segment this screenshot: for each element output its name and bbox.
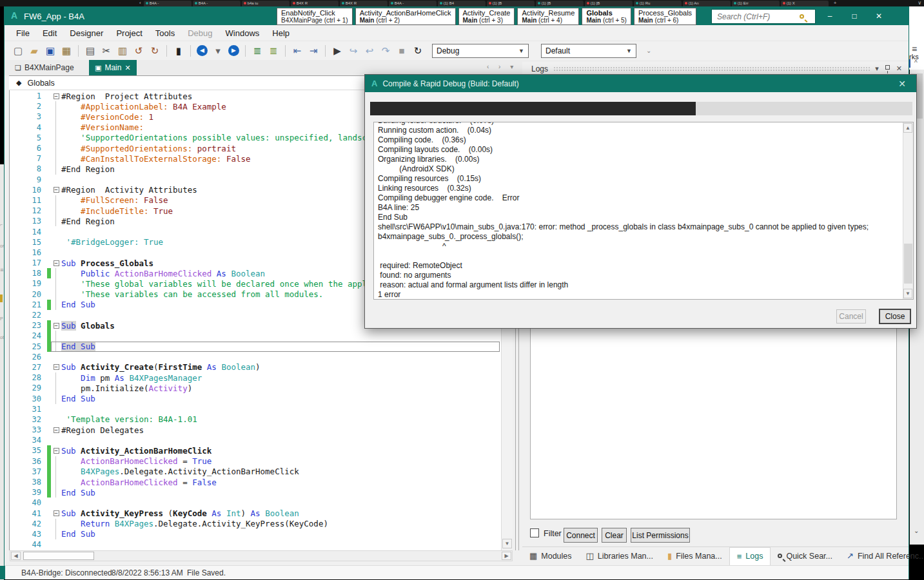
fold-collapse-icon[interactable]: − xyxy=(54,427,59,433)
code-line[interactable]: 44 xyxy=(10,539,501,550)
package-icon[interactable]: ▦ xyxy=(61,45,72,57)
fold-collapse-icon[interactable]: − xyxy=(54,364,59,370)
stop-icon[interactable]: ■ xyxy=(396,45,408,57)
tab-close-icon[interactable]: ✕ xyxy=(124,64,130,72)
filter-checkbox[interactable] xyxy=(530,528,539,537)
dialog-scroll-up-arrow[interactable]: ▲ xyxy=(903,123,912,133)
panel-close-icon[interactable]: ✕ xyxy=(896,64,902,73)
browser-back-icon[interactable]: ‹ xyxy=(139,1,141,6)
close-button[interactable]: ✕ xyxy=(867,8,891,24)
code-line[interactable]: 43End Sub xyxy=(10,529,501,539)
redo-icon[interactable]: ↻ xyxy=(149,45,161,57)
scroll-up-icon[interactable]: ^ xyxy=(914,59,918,66)
menu-project[interactable]: Project xyxy=(110,26,148,40)
fold-collapse-icon[interactable]: − xyxy=(54,187,59,193)
pin-icon[interactable] xyxy=(885,65,890,70)
list-permissions-button[interactable]: List Permissions xyxy=(631,528,690,543)
browser-tab[interactable]: (1) Ru xyxy=(634,1,682,6)
fold-marker[interactable]: − xyxy=(51,508,61,519)
hscrollbar-thumb[interactable] xyxy=(23,552,94,560)
code-line[interactable]: 40 xyxy=(10,498,501,508)
cut-icon[interactable]: ✂ xyxy=(101,45,112,57)
save-icon[interactable]: ▣ xyxy=(44,45,56,57)
code-line[interactable]: 33−#Region Delegates xyxy=(10,425,501,435)
tab-scroll-arrows[interactable]: ‹ › ▾ xyxy=(487,63,517,70)
bottom-tab-files-mana---[interactable]: ▮Files Mana... xyxy=(660,547,729,565)
restart-icon[interactable]: ↻ xyxy=(412,45,424,57)
fold-marker[interactable]: − xyxy=(51,91,61,101)
undo-icon[interactable]: ↺ xyxy=(133,45,144,57)
browser-tab[interactable]: b4a tu xyxy=(242,1,290,6)
browser-tab[interactable]: (1) [B xyxy=(487,1,535,6)
fold-marker[interactable]: − xyxy=(51,362,61,372)
fold-marker[interactable]: − xyxy=(51,185,61,195)
step-out-icon[interactable]: ↷ xyxy=(380,45,391,57)
code-line[interactable]: 41−Sub Activity_KeyPress (KeyCode As Int… xyxy=(10,508,501,519)
connect-button[interactable]: Connect xyxy=(564,528,598,543)
build-mode-dropdown[interactable]: Default▼ xyxy=(541,44,636,58)
fold-marker[interactable]: − xyxy=(51,320,61,331)
browser-tab[interactable]: (1) An xyxy=(683,1,731,6)
scrollbar-down-arrow[interactable]: ▼ xyxy=(502,539,512,548)
bottom-tab-logs[interactable]: ≡Logs xyxy=(729,547,771,565)
document-tab-main[interactable]: ▣Main✕ xyxy=(89,60,137,75)
code-line[interactable]: 25End Sub xyxy=(10,342,501,352)
new-file-icon[interactable]: ▢ xyxy=(12,45,24,57)
browser-tab[interactable]: (1) Err xyxy=(732,1,780,6)
search-icon[interactable] xyxy=(800,14,804,19)
search-input[interactable] xyxy=(716,12,800,22)
code-line[interactable]: 29 pm.Initialize(Activity) xyxy=(10,383,501,393)
menu-windows[interactable]: Windows xyxy=(219,26,266,40)
fold-collapse-icon[interactable]: − xyxy=(54,260,59,266)
fold-marker[interactable]: − xyxy=(51,445,61,456)
bottom-tab-find-all-referenc---[interactable]: ↗Find All Referenc... xyxy=(840,547,924,565)
toolbar-overflow-icon[interactable]: ⌄ xyxy=(646,47,651,54)
scrollbar-left-arrow[interactable]: ◀ xyxy=(11,552,21,560)
code-line[interactable]: 34 xyxy=(10,435,501,445)
code-line[interactable]: 36 ActionBarHomeClicked = True xyxy=(10,456,501,467)
code-line[interactable]: 28 Dim pm As B4XPagesManager xyxy=(10,372,501,383)
uncomment-icon[interactable]: ≣ xyxy=(268,45,279,57)
open-project-icon[interactable]: ▰ xyxy=(28,45,40,57)
bookmark-icon[interactable]: ▮ xyxy=(173,45,184,57)
logs-panel-header[interactable]: Logs ▾ ✕ xyxy=(522,62,909,75)
menu-edit[interactable]: Edit xyxy=(36,26,63,40)
browser-tab[interactable]: (1) [B xyxy=(536,1,584,6)
scrollbar-right-arrow[interactable]: ▶ xyxy=(502,552,511,560)
browser-tab[interactable]: B4A - xyxy=(193,1,241,6)
panel-dropdown-icon[interactable]: ▾ xyxy=(875,64,879,73)
search-box[interactable] xyxy=(711,9,816,24)
minimize-button[interactable]: – xyxy=(818,8,842,24)
code-line[interactable]: 42 Return B4XPages.Delegate.Activity_Key… xyxy=(10,519,501,529)
step-into-icon[interactable]: ↪ xyxy=(348,45,359,57)
dialog-close-button[interactable]: Close xyxy=(879,309,911,324)
menu-tools[interactable]: Tools xyxy=(149,26,181,40)
browser-tab[interactable]: B4X R xyxy=(340,1,388,6)
fold-collapse-icon[interactable]: − xyxy=(54,448,59,454)
browser-tab[interactable]: (1) B4 xyxy=(438,1,486,6)
dialog-log-scrollbar[interactable]: ▲ ▼ xyxy=(903,122,913,299)
quick-tab[interactable]: GlobalsMain (ctrl + 5) xyxy=(582,8,631,25)
browser-tab[interactable]: B4X R xyxy=(291,1,339,6)
back-history-caret-icon[interactable]: ▾ xyxy=(212,45,224,57)
dialog-scroll-thumb[interactable] xyxy=(904,244,912,284)
code-line[interactable]: 32 'Template version: B4A-1.01 xyxy=(10,414,501,425)
paste-icon[interactable]: ▥ xyxy=(117,45,128,57)
fold-marker[interactable]: − xyxy=(51,258,61,268)
dialog-close-icon[interactable]: ✕ xyxy=(893,75,911,92)
step-over-icon[interactable]: ↩ xyxy=(364,45,375,57)
code-line[interactable]: 30End Sub xyxy=(10,393,501,403)
quick-tab[interactable]: Process_GlobalsMain (ctrl + 6) xyxy=(634,8,696,25)
code-line[interactable]: 31 xyxy=(10,404,501,414)
code-line[interactable]: 24 xyxy=(10,331,501,341)
bottom-tab-modules[interactable]: ▦Modules xyxy=(522,547,579,565)
fold-collapse-icon[interactable]: − xyxy=(54,510,59,516)
document-tab-b4xmainpage[interactable]: ❏B4XMainPage xyxy=(9,60,80,75)
forward-icon[interactable]: ▶ xyxy=(228,45,239,56)
editor-horizontal-scrollbar[interactable]: ◀ ▶ xyxy=(10,550,513,561)
back-icon[interactable]: ◀ xyxy=(197,45,208,56)
fold-marker[interactable]: − xyxy=(51,425,61,435)
code-line[interactable]: 26 xyxy=(10,352,501,362)
comment-icon[interactable]: ≣ xyxy=(251,45,263,57)
menu-help[interactable]: Help xyxy=(266,26,296,40)
